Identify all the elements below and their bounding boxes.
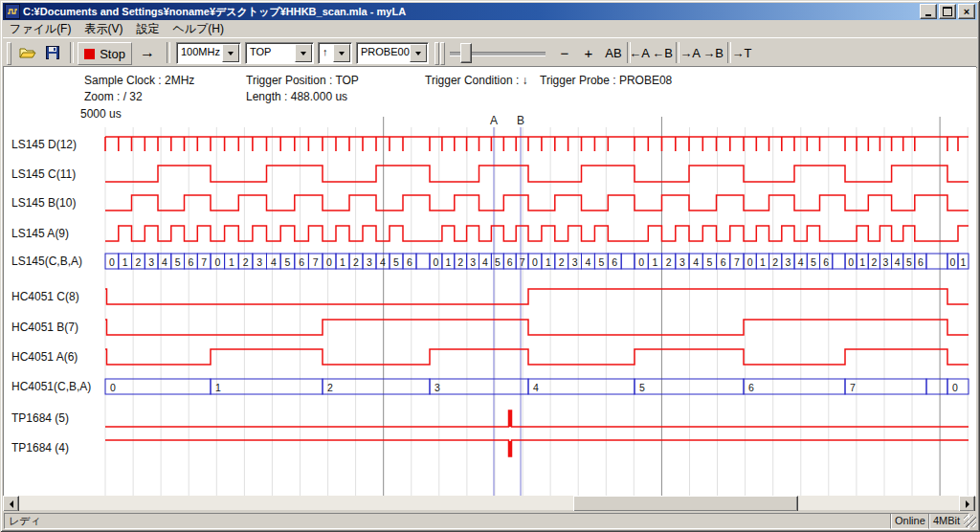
chevron-down-icon (228, 52, 234, 55)
scroll-thumb[interactable] (573, 496, 798, 512)
title-bar[interactable]: C:¥Documents and Settings¥noname¥デスクトップ¥… (3, 3, 977, 20)
channel-label: HC4051 C(8) (11, 289, 79, 304)
goto-trigger-button[interactable]: →T (730, 42, 753, 63)
open-button[interactable] (16, 42, 39, 63)
menu-item-view[interactable]: 表示(V) (78, 20, 129, 38)
trigger-condition-text: Trigger Condition : ↓ (425, 74, 528, 87)
right-arrow-a-icon: →A (679, 46, 701, 60)
window-controls: × (920, 4, 975, 19)
toolbar-grip[interactable] (434, 42, 439, 65)
right-arrow-icon (966, 500, 969, 508)
trigger-position-text: Trigger Position : TOP (246, 74, 359, 87)
chevron-down-icon (301, 52, 306, 55)
minimize-button[interactable] (920, 4, 937, 19)
waveform-client-area (3, 66, 976, 497)
right-arrow-b-icon: →B (702, 46, 724, 60)
waveform-glyph (8, 8, 17, 15)
trigger-probe-text: Trigger Probe : PROBE08 (540, 74, 672, 87)
zoom-in-button[interactable]: + (580, 42, 597, 63)
status-ready-text: レディ (4, 513, 892, 529)
left-arrow-b-icon: ←B (652, 46, 673, 60)
ab-range-button[interactable]: AB (601, 42, 626, 63)
probe-select[interactable]: PROBE00 (356, 42, 429, 64)
stop-label: Stop (100, 47, 125, 61)
stop-icon (84, 49, 95, 59)
dropdown-button[interactable] (222, 44, 239, 62)
toolbar-grip[interactable] (440, 42, 445, 65)
window-title: C:¥Documents and Settings¥noname¥デスクトップ¥… (23, 5, 920, 19)
channel-label: HC4051 A(6) (11, 349, 78, 365)
length-text: Length : 488.000 us (246, 90, 347, 103)
horizontal-scrollbar[interactable] (3, 496, 975, 510)
right-arrow-t-icon: →T (732, 46, 752, 60)
close-icon: × (964, 7, 969, 16)
maximize-icon (943, 7, 952, 16)
menu-item-settings[interactable]: 設定 (129, 20, 166, 38)
toolbar-separator (70, 42, 74, 63)
channel-label: TP1684 (4) (11, 440, 69, 455)
floppy-disk-icon (46, 46, 59, 59)
open-folder-icon (19, 46, 36, 59)
zoom-text: Zoom : / 32 (84, 90, 143, 103)
cursor-b-label: B (515, 114, 526, 127)
scroll-right-button[interactable] (959, 496, 975, 512)
menu-item-file[interactable]: ファイル(F) (3, 20, 78, 38)
forward-cursor-b-button[interactable]: →B (702, 42, 724, 63)
plus-icon: + (585, 45, 593, 61)
app-icon[interactable] (5, 4, 20, 19)
status-online-badge: Online (890, 513, 930, 529)
edge-select[interactable]: ↑ (318, 42, 352, 64)
zoom-out-button[interactable]: − (556, 42, 573, 63)
menu-bar: ファイル(F) 表示(V) 設定 ヘルプ(H) (3, 20, 977, 37)
forward-cursor-a-button[interactable]: →A (679, 42, 702, 63)
trigger-position-value: TOP (250, 46, 271, 57)
cursor-a-label: A (488, 114, 500, 127)
goto-cursor-b-button[interactable]: ←B (651, 42, 674, 63)
dropdown-button[interactable] (410, 44, 427, 62)
toolbar-separator (167, 42, 170, 63)
time-division-label: 5000 us (80, 107, 122, 121)
status-bar: レディ Online 4MBit (3, 511, 977, 529)
clock-value: 100MHz (181, 46, 220, 57)
toolbar: Stop → 100MHz TOP ↑ PROBE00 − + AB ←A (3, 37, 977, 68)
maximize-button[interactable] (939, 4, 956, 19)
channel-label: LS145 D(12) (11, 137, 77, 152)
minus-icon: − (561, 45, 569, 61)
sample-clock-text: Sample Clock : 2MHz (84, 74, 194, 87)
probe-value: PROBE00 (361, 46, 410, 57)
resize-grip[interactable] (964, 515, 976, 527)
save-button[interactable] (41, 42, 64, 63)
ab-label: AB (605, 46, 621, 60)
dropdown-button[interactable] (333, 44, 350, 62)
channel-label: LS145(C,B,A) (11, 254, 82, 269)
run-arrow-icon: → (140, 44, 155, 61)
menu-item-help[interactable]: ヘルプ(H) (166, 20, 231, 38)
goto-cursor-a-button[interactable]: ←A (628, 42, 651, 63)
chevron-down-icon (415, 52, 421, 55)
channel-label: LS145 A(9) (11, 226, 69, 241)
scroll-left-button[interactable] (3, 496, 19, 512)
channel-label: HC4051(C,B,A) (11, 379, 91, 394)
left-arrow-a-icon: ←A (629, 46, 650, 60)
clock-select[interactable]: 100MHz (176, 42, 241, 64)
zoom-slider-thumb[interactable] (460, 43, 472, 63)
minimize-icon (925, 14, 931, 16)
channel-label: HC4051 B(7) (11, 320, 78, 335)
close-button[interactable]: × (958, 4, 975, 19)
chevron-down-icon (339, 52, 345, 55)
dropdown-button[interactable] (295, 44, 312, 62)
channel-label: TP1684 (5) (11, 410, 69, 426)
stop-button[interactable]: Stop (78, 42, 132, 65)
run-button[interactable]: → (135, 42, 160, 63)
channel-label: LS145 B(10) (11, 195, 76, 211)
app-window: C:¥Documents and Settings¥noname¥デスクトップ¥… (0, 0, 980, 532)
trigger-position-select[interactable]: TOP (245, 42, 314, 64)
edge-value: ↑ (323, 46, 328, 57)
channel-label: LS145 C(11) (11, 166, 76, 182)
toolbar-grip[interactable] (7, 42, 11, 65)
left-arrow-icon (10, 500, 13, 508)
